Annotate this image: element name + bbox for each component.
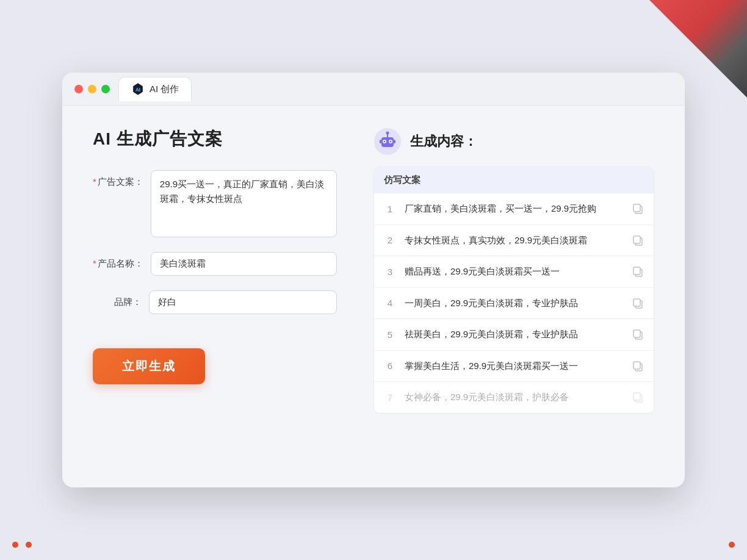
svg-rect-25 — [633, 393, 640, 400]
brand-input[interactable] — [149, 290, 337, 314]
result-text-4: 一周美白，29.9元美白淡斑霜，专业护肤品 — [405, 296, 623, 311]
result-number-5: 5 — [384, 329, 396, 340]
svg-rect-17 — [633, 267, 640, 275]
right-panel: 生成内容： 仿写文案 1 厂家直销，美白淡斑霜，买一送一，29.9元抢购 2 — [374, 127, 654, 414]
tab-label: AI 创作 — [150, 84, 179, 95]
copy-icon-2[interactable] — [632, 234, 644, 246]
ad-copy-label: *广告文案： — [93, 170, 143, 188]
svg-rect-21 — [633, 330, 640, 337]
close-button[interactable] — [74, 85, 83, 93]
copy-icon-4[interactable] — [632, 297, 644, 309]
decorative-dot-1 — [12, 542, 18, 548]
minimize-button[interactable] — [88, 85, 96, 93]
maximize-button[interactable] — [101, 85, 110, 93]
ad-copy-input[interactable] — [151, 170, 337, 237]
result-text-1: 厂家直销，美白淡斑霜，买一送一，29.9元抢购 — [405, 202, 623, 216]
results-header: 仿写文案 — [374, 167, 654, 193]
result-row-2: 2 专抹女性斑点，真实功效，29.9元美白淡斑霜 — [374, 225, 654, 257]
svg-rect-15 — [633, 236, 640, 243]
title-bar: AI AI 创作 — [62, 73, 685, 106]
copy-icon-5[interactable] — [632, 328, 644, 340]
svg-rect-19 — [633, 299, 640, 306]
decorative-dot-2 — [26, 542, 32, 548]
product-name-group: *产品名称： — [93, 252, 337, 276]
result-number-3: 3 — [384, 267, 396, 277]
result-text-6: 掌握美白生活，29.9元美白淡斑霜买一送一 — [405, 359, 623, 373]
left-panel: AI 生成广告文案 *广告文案： *产品名称： 品牌： — [93, 127, 337, 414]
result-text-2: 专抹女性斑点，真实功效，29.9元美白淡斑霜 — [405, 234, 623, 248]
svg-text:AI: AI — [135, 87, 140, 93]
result-row-5: 5 祛斑美白，29.9元美白淡斑霜，专业护肤品 — [374, 319, 654, 351]
right-title: 生成内容： — [410, 132, 477, 151]
robot-icon — [374, 127, 402, 156]
result-text-5: 祛斑美白，29.9元美白淡斑霜，专业护肤品 — [405, 328, 623, 342]
result-number-4: 4 — [384, 298, 396, 308]
copy-icon-6[interactable] — [632, 360, 644, 372]
result-number-1: 1 — [384, 204, 396, 214]
result-row-1: 1 厂家直销，美白淡斑霜，买一送一，29.9元抢购 — [374, 193, 654, 225]
copy-icon-7 — [632, 391, 644, 403]
right-header: 生成内容： — [374, 127, 654, 156]
required-star-1: * — [93, 176, 96, 187]
svg-point-7 — [390, 141, 392, 143]
result-row-3: 3 赠品再送，29.9元美白淡斑霜买一送一 — [374, 256, 654, 288]
page-title: AI 生成广告文案 — [93, 127, 337, 151]
svg-point-6 — [384, 141, 386, 143]
result-row-6: 6 掌握美白生活，29.9元美白淡斑霜买一送一 — [374, 351, 654, 382]
ai-creation-tab[interactable]: AI AI 创作 — [118, 77, 192, 101]
required-star-2: * — [93, 258, 96, 268]
traffic-lights — [74, 85, 110, 93]
copy-icon-1[interactable] — [632, 203, 644, 215]
result-number-2: 2 — [384, 235, 396, 245]
result-number-7: 7 — [384, 392, 396, 403]
decorative-dot-3 — [729, 542, 735, 548]
product-name-label: *产品名称： — [93, 252, 143, 270]
browser-window: AI AI 创作 AI 生成广告文案 *广告文案： *产品名称： — [62, 73, 685, 487]
brand-group: 品牌： — [93, 290, 337, 314]
svg-rect-10 — [380, 140, 381, 143]
svg-rect-11 — [394, 140, 395, 143]
svg-rect-13 — [633, 204, 640, 212]
svg-rect-23 — [633, 362, 640, 369]
result-number-6: 6 — [384, 361, 396, 371]
result-text-7: 女神必备，29.9元美白淡斑霜，护肤必备 — [405, 390, 623, 404]
main-content: AI 生成广告文案 *广告文案： *产品名称： 品牌： — [62, 106, 685, 438]
ad-copy-group: *广告文案： — [93, 170, 337, 237]
result-row-4: 4 一周美白，29.9元美白淡斑霜，专业护肤品 — [374, 288, 654, 320]
result-row-7: 7 女神必备，29.9元美白淡斑霜，护肤必备 — [374, 382, 654, 413]
results-container: 仿写文案 1 厂家直销，美白淡斑霜，买一送一，29.9元抢购 2 专抹女性斑点，… — [374, 167, 654, 414]
svg-point-9 — [386, 132, 389, 135]
ai-icon: AI — [131, 82, 145, 96]
product-name-input[interactable] — [151, 252, 337, 276]
brand-label: 品牌： — [93, 290, 142, 308]
result-text-3: 赠品再送，29.9元美白淡斑霜买一送一 — [405, 265, 623, 279]
generate-button[interactable]: 立即生成 — [93, 348, 205, 384]
copy-icon-3[interactable] — [632, 265, 644, 278]
